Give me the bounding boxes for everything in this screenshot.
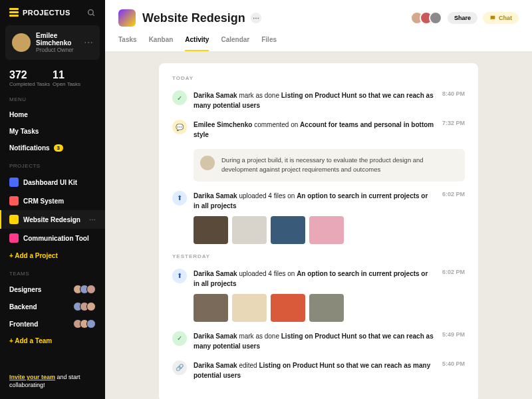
activity-time: 8:40 PM	[442, 90, 465, 110]
project-item[interactable]: Communication Tool	[0, 229, 105, 247]
project-logo-icon	[118, 9, 136, 27]
activity-time: 6:02 PM	[442, 191, 465, 244]
activity-time: 5:40 PM	[442, 360, 465, 380]
open-label: Open Tasks	[53, 81, 96, 87]
activity-row: 🔗Darika Samak edited Listing on Product …	[172, 360, 465, 380]
teams-header: TEAMS	[0, 271, 105, 281]
team-avatars	[76, 319, 96, 329]
project-name: Communication Tool	[23, 235, 89, 242]
project-item[interactable]: Dashboard UI Kit	[0, 173, 105, 192]
project-more-icon[interactable]: ⋯	[89, 216, 96, 223]
activity-text: Emilee Simchenko commented on Account fo…	[194, 120, 436, 140]
thumbnail[interactable]	[271, 294, 305, 322]
tab-activity[interactable]: Activity	[185, 36, 209, 51]
completed-count: 372	[9, 69, 53, 81]
comment-box: During a project build, it is necessary …	[194, 149, 465, 182]
header: Website Redesign ⋯ Share Chat TasksKanba…	[105, 0, 532, 51]
user-name: Emilee Simchenko	[36, 32, 78, 47]
thumbnail[interactable]	[309, 294, 344, 322]
add-team-button[interactable]: + Add a Team	[0, 332, 105, 349]
team-item[interactable]: Frontend	[0, 315, 105, 332]
day-label: TODAY	[172, 75, 465, 81]
activity-text: Darika Samak mark as done Listing on Pro…	[194, 90, 436, 110]
nav-home[interactable]: Home	[0, 106, 105, 123]
svg-line-1	[92, 14, 94, 16]
nav-notifications-label: Notifications	[9, 144, 50, 152]
thumbnail[interactable]	[232, 294, 267, 322]
thumbnail[interactable]	[309, 216, 344, 244]
activity-time: 6:02 PM	[442, 269, 465, 322]
completed-label: Completed Tasks	[9, 81, 53, 87]
project-name: Website Redesign	[23, 216, 80, 223]
tab-kanban[interactable]: Kanban	[149, 36, 174, 51]
avatar	[86, 302, 96, 311]
open-count: 11	[53, 69, 96, 81]
avatar	[429, 11, 442, 25]
sidebar: PROJECTUS Emilee Simchenko Product Owner…	[0, 0, 105, 399]
thumbnail[interactable]	[194, 294, 228, 322]
upload-icon: ⬆	[172, 269, 187, 283]
activity-time: 5:49 PM	[442, 331, 465, 351]
nav-my-tasks[interactable]: My Tasks	[0, 123, 105, 140]
project-more-icon[interactable]: ⋯	[251, 13, 261, 23]
user-more-icon[interactable]: ⋯	[84, 37, 93, 48]
activity-text: Darika Samak uploaded 4 files on An opti…	[194, 269, 436, 289]
project-name: CRM System	[23, 198, 64, 205]
header-avatars[interactable]	[414, 11, 442, 25]
user-card[interactable]: Emilee Simchenko Product Owner ⋯	[5, 25, 100, 60]
done-icon: ✓	[172, 331, 187, 346]
user-role: Product Owner	[36, 47, 78, 53]
project-color-icon	[9, 233, 19, 243]
thumbnails	[194, 294, 436, 322]
project-color-icon	[9, 178, 19, 187]
invite-cta[interactable]: Invite your team and start collaborating…	[0, 364, 105, 399]
notifications-badge: 3	[54, 144, 63, 152]
team-name: Backend	[9, 303, 37, 311]
comment-text: During a project build, it is necessary …	[221, 156, 458, 175]
team-avatars	[76, 285, 96, 294]
activity-text: Darika Samak uploaded 4 files on An opti…	[194, 191, 436, 211]
team-avatars	[76, 302, 96, 311]
thumbnail[interactable]	[194, 216, 228, 244]
tabs: TasksKanbanActivityCalendarFiles	[118, 36, 519, 51]
tab-tasks[interactable]: Tasks	[118, 36, 137, 51]
thumbnails	[194, 216, 436, 244]
content-scroll[interactable]: TODAY✓Darika Samak mark as done Listing …	[105, 51, 532, 399]
activity-row: ⬆Darika Samak uploaded 4 files on An opt…	[172, 269, 465, 322]
avatar	[86, 319, 96, 329]
nav-notifications[interactable]: Notifications 3	[0, 140, 105, 156]
team-item[interactable]: Backend	[0, 298, 105, 315]
logo-row: PROJECTUS	[0, 0, 105, 25]
tab-calendar[interactable]: Calendar	[221, 36, 249, 51]
project-item[interactable]: CRM System	[0, 192, 105, 210]
upload-icon: ⬆	[172, 191, 187, 205]
chat-icon	[489, 15, 496, 21]
day-label: YESTERDAY	[172, 253, 465, 259]
project-color-icon	[9, 196, 19, 205]
project-title: Website Redesign ⋯	[142, 11, 408, 25]
project-item[interactable]: Website Redesign⋯	[0, 210, 105, 229]
add-project-button[interactable]: + Add a Project	[0, 247, 105, 264]
stats: 372 Completed Tasks 11 Open Tasks	[0, 60, 105, 96]
chat-button[interactable]: Chat	[483, 12, 519, 24]
team-name: Designers	[9, 286, 41, 293]
project-color-icon	[9, 215, 19, 224]
invite-link[interactable]: Invite your team	[9, 374, 55, 380]
comment-icon: 💬	[172, 120, 187, 134]
comment-avatar	[200, 156, 215, 170]
tab-files[interactable]: Files	[261, 36, 277, 51]
share-button[interactable]: Share	[448, 12, 477, 24]
edit-icon: 🔗	[172, 360, 187, 375]
thumbnail[interactable]	[232, 216, 267, 244]
search-icon[interactable]	[87, 9, 96, 17]
activity-row: ✓Darika Samak mark as done Listing on Pr…	[172, 90, 465, 110]
thumbnail[interactable]	[271, 216, 305, 244]
activity-time: 7:32 PM	[442, 120, 465, 140]
team-item[interactable]: Designers	[0, 281, 105, 298]
project-name: Dashboard UI Kit	[23, 179, 77, 186]
svg-point-0	[88, 9, 94, 15]
activity-feed: TODAY✓Darika Samak mark as done Listing …	[159, 63, 478, 399]
projects-header: PROJECTS	[0, 163, 105, 173]
activity-row: 💬Emilee Simchenko commented on Account f…	[172, 120, 465, 140]
app-name: PROJECTUS	[23, 9, 83, 17]
